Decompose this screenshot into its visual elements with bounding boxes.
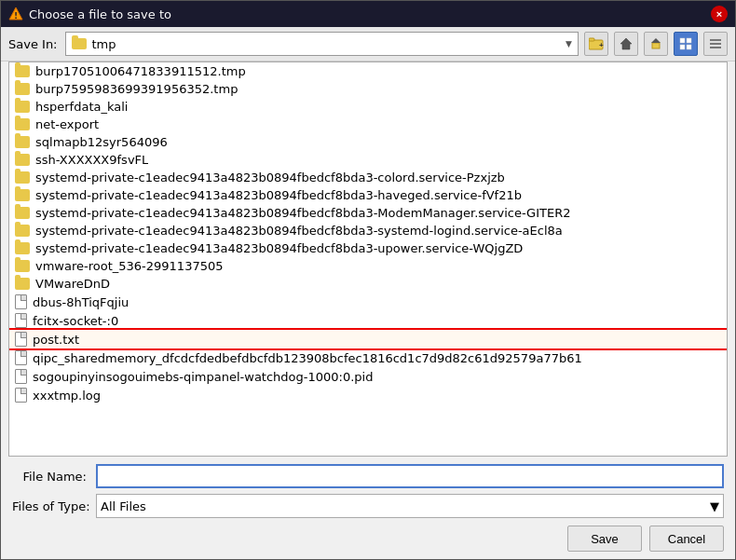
svg-text:!: ! (14, 12, 18, 20)
buttons-row: Save Cancel (12, 526, 724, 552)
list-item[interactable]: systemd-private-c1eadec9413a4823b0894fbe… (9, 186, 727, 204)
folder-icon (15, 278, 30, 290)
home-icon (620, 37, 633, 50)
folder-icon (15, 171, 30, 184)
file-item-name: vmware-root_536-2991137505 (35, 259, 223, 273)
title-bar: ! Choose a file to save to × (1, 1, 735, 27)
detail-view-icon (709, 37, 722, 50)
list-item[interactable]: hsperfdata_kali (9, 98, 727, 116)
list-item[interactable]: sqlmapb12syr564096 (9, 133, 727, 151)
folder-icon (72, 38, 87, 49)
svg-rect-6 (652, 43, 660, 48)
folder-icon (15, 207, 30, 219)
list-view-button[interactable] (674, 32, 698, 56)
file-item-name: burp170510064718339115​12.tmp (35, 64, 246, 78)
current-folder-label: tmp (92, 37, 116, 51)
folder-icon (15, 225, 30, 237)
app-icon: ! (8, 7, 23, 21)
svg-rect-8 (680, 38, 685, 43)
save-in-label: Save In: (8, 37, 58, 51)
bottom-area: File Name: Files of Type: All Files ▼ Sa… (1, 457, 735, 559)
new-folder-icon: + (589, 37, 604, 50)
list-item[interactable]: vmware-root_536-2991137505 (9, 257, 727, 275)
save-button[interactable]: Save (567, 526, 642, 552)
file-item-name: systemd-private-c1eadec9413a4823b0894fbe… (35, 241, 523, 255)
file-item-name: sogoupinyinsogouimebs-qimpanel-watchdog-… (33, 370, 373, 384)
svg-marker-7 (651, 38, 661, 43)
list-item[interactable]: systemd-private-c1eadec9413a4823b0894fbe… (9, 169, 727, 186)
list-view-icon (679, 37, 692, 50)
save-in-combo-inner: tmp (72, 37, 116, 51)
file-item-name: dbus-8hTiqFqjiu (33, 295, 129, 309)
folder-icon (15, 83, 30, 95)
combo-arrow-icon: ▼ (566, 39, 572, 48)
folder-icon (15, 154, 30, 166)
list-item[interactable]: systemd-private-c1eadec9413a4823b0894fbe… (9, 222, 727, 239)
list-item[interactable]: net-export (9, 116, 727, 133)
file-icon (15, 313, 27, 328)
folder-icon (15, 101, 30, 113)
file-icon (15, 294, 27, 309)
dialog: ! Choose a file to save to × Save In: tm… (0, 0, 736, 560)
file-item-name: hsperfdata_kali (35, 100, 128, 114)
filename-row: File Name: (12, 464, 724, 488)
file-item-name: post.txt (33, 333, 79, 347)
filetype-row: Files of Type: All Files ▼ (12, 494, 724, 518)
list-item[interactable]: xxxtmp.log (9, 386, 727, 404)
list-item[interactable]: qipc_sharedmemory_dfcdcfdedbefdbcfdb1239… (9, 348, 727, 367)
save-in-combo[interactable]: tmp ▼ (65, 32, 579, 56)
folder-icon (15, 260, 30, 272)
up-button[interactable] (644, 32, 668, 56)
folder-icon (15, 242, 30, 254)
file-item-name: systemd-private-c1eadec9413a4823b0894fbe… (35, 171, 505, 184)
file-name-label: File Name: (12, 470, 96, 484)
file-item-name: ssh-XXXXXX9fsvFL (35, 153, 148, 167)
files-of-type-select[interactable]: All Files ▼ (96, 494, 724, 518)
up-icon (649, 37, 662, 50)
cancel-button[interactable]: Cancel (649, 526, 724, 552)
file-item-name: xxxtmp.log (33, 389, 101, 403)
file-item-name: net-export (35, 117, 99, 131)
file-item-name: sqlmapb12syr564096 (35, 135, 168, 149)
list-item[interactable]: VMwareDnD (9, 275, 727, 293)
folder-icon (15, 118, 30, 130)
list-item[interactable]: burp75959836993919563​52.tmp (9, 80, 727, 98)
file-icon (15, 332, 27, 347)
svg-rect-3 (589, 38, 594, 41)
list-item[interactable]: systemd-private-c1eadec9413a4823b0894fbe… (9, 239, 727, 257)
detail-view-button[interactable] (703, 32, 728, 56)
list-item[interactable]: post.txt (9, 330, 727, 348)
file-item-name: VMwareDnD (35, 277, 110, 291)
file-list-area[interactable]: burp170510064718339115​12.tmpburp7595983… (8, 61, 728, 457)
filetype-arrow-icon: ▼ (710, 499, 719, 513)
file-icon (15, 369, 27, 384)
file-item-name: burp75959836993919563​52.tmp (35, 82, 238, 96)
file-icon (15, 388, 27, 403)
list-item[interactable]: dbus-8hTiqFqjiu (9, 293, 727, 311)
list-item[interactable]: fcitx-socket-:0 (9, 311, 727, 330)
file-name-input[interactable] (96, 464, 724, 488)
folder-icon (15, 65, 30, 77)
file-icon (15, 350, 27, 365)
list-item[interactable]: burp170510064718339115​12.tmp (9, 62, 727, 80)
dialog-title: Choose a file to save to (29, 7, 171, 21)
new-folder-button[interactable]: + (584, 32, 608, 56)
folder-icon (15, 136, 30, 148)
svg-rect-11 (687, 45, 691, 49)
list-item[interactable]: ssh-XXXXXX9fsvFL (9, 151, 727, 169)
file-item-name: systemd-private-c1eadec9413a4823b0894fbe… (35, 224, 563, 238)
title-bar-left: ! Choose a file to save to (8, 7, 171, 21)
svg-marker-5 (620, 38, 632, 49)
close-button[interactable]: × (711, 6, 728, 22)
list-item[interactable]: systemd-private-c1eadec9413a4823b0894fbe… (9, 204, 727, 222)
svg-text:+: + (599, 41, 604, 49)
file-item-name: systemd-private-c1eadec9413a4823b0894fbe… (35, 188, 522, 202)
svg-rect-10 (680, 45, 685, 49)
files-of-type-value: All Files (101, 499, 146, 513)
svg-rect-9 (687, 38, 691, 43)
list-item[interactable]: sogoupinyinsogouimebs-qimpanel-watchdog-… (9, 367, 727, 386)
file-item-name: qipc_sharedmemory_dfcdcfdedbefdbcfdb1239… (33, 351, 582, 365)
file-item-name: fcitx-socket-:0 (33, 314, 118, 328)
file-item-name: systemd-private-c1eadec9413a4823b0894fbe… (35, 206, 570, 220)
home-button[interactable] (614, 32, 638, 56)
